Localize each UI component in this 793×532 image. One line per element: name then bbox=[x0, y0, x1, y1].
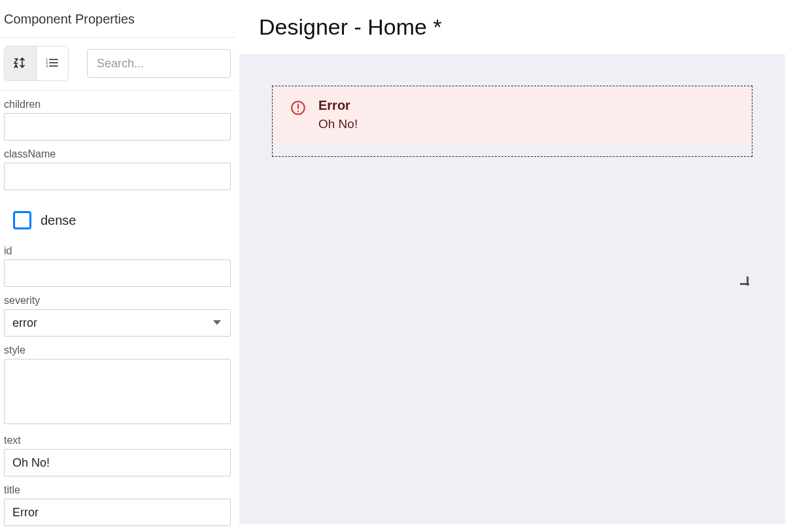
search-input[interactable] bbox=[87, 49, 231, 78]
error-icon bbox=[290, 99, 307, 119]
severity-select[interactable] bbox=[4, 309, 231, 337]
prop-id: id bbox=[4, 245, 231, 287]
sort-alpha-icon bbox=[12, 55, 28, 73]
divider bbox=[0, 37, 235, 38]
design-canvas[interactable]: Error Oh No! bbox=[239, 54, 785, 524]
prop-dense: dense bbox=[4, 198, 231, 241]
style-field[interactable] bbox=[4, 359, 231, 424]
alert-title: Error bbox=[318, 98, 358, 113]
prop-children: children bbox=[4, 99, 231, 141]
prop-label-children: children bbox=[4, 99, 231, 110]
prop-label-style: style bbox=[4, 344, 231, 356]
svg-text:3: 3 bbox=[46, 64, 48, 68]
prop-label-id: id bbox=[4, 245, 231, 257]
alert-text: Oh No! bbox=[318, 117, 358, 131]
prop-label-title: title bbox=[4, 484, 231, 496]
title-field[interactable] bbox=[4, 499, 231, 526]
prop-label-dense: dense bbox=[41, 213, 76, 228]
sort-category-button[interactable]: 1 2 3 bbox=[36, 46, 68, 80]
alert-component: Error Oh No! bbox=[273, 86, 752, 143]
classname-field[interactable] bbox=[4, 163, 231, 190]
svg-rect-10 bbox=[747, 276, 749, 286]
properties-toolbar: 1 2 3 bbox=[4, 46, 231, 81]
selected-component[interactable]: Error Oh No! bbox=[272, 86, 752, 157]
id-field[interactable] bbox=[4, 259, 231, 287]
properties-panel: Component Properties bbox=[0, 0, 235, 532]
prop-classname: className bbox=[4, 148, 231, 190]
prop-label-severity: severity bbox=[4, 295, 231, 307]
main-panel: Designer - Home * Error Oh No! bbox=[235, 0, 793, 532]
selection-padding bbox=[273, 143, 752, 156]
prop-label-text: text bbox=[4, 435, 231, 446]
prop-title: title bbox=[4, 484, 231, 526]
sort-alpha-button[interactable] bbox=[5, 46, 36, 80]
properties-panel-title: Component Properties bbox=[4, 8, 231, 35]
svg-point-8 bbox=[297, 110, 299, 112]
resize-handle[interactable] bbox=[740, 276, 749, 286]
divider bbox=[0, 90, 235, 91]
main-header: Designer - Home * bbox=[235, 0, 793, 54]
list-icon: 1 2 3 bbox=[44, 55, 60, 73]
dense-checkbox[interactable] bbox=[13, 211, 31, 229]
text-field[interactable] bbox=[4, 449, 231, 476]
prop-text: text bbox=[4, 435, 231, 476]
alert-body: Error Oh No! bbox=[318, 98, 358, 131]
prop-label-classname: className bbox=[4, 148, 231, 160]
prop-severity: severity bbox=[4, 295, 231, 337]
prop-style: style bbox=[4, 344, 231, 427]
sort-toggle-group: 1 2 3 bbox=[4, 46, 69, 81]
page-title: Designer - Home * bbox=[259, 14, 769, 40]
children-field[interactable] bbox=[4, 113, 231, 141]
